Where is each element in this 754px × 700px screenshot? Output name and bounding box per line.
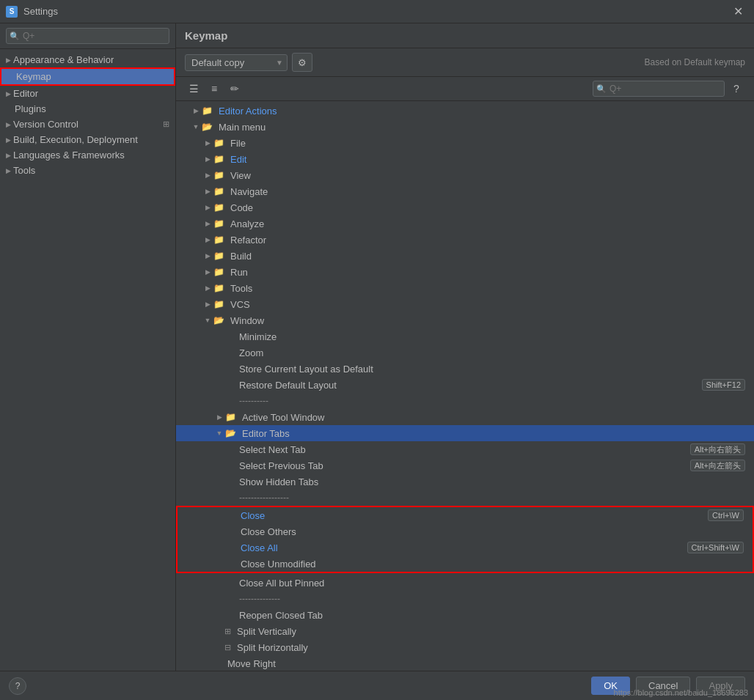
sidebar-item-tools[interactable]: ▶ Tools [0,163,175,178]
based-on-label: Based on Default keymap [645,57,745,67]
tree-main-menu[interactable]: 📂 Main menu [176,119,754,135]
tree-close[interactable]: Close Ctrl+\W [177,507,753,523]
tree-close-others[interactable]: Close Others [177,523,753,539]
tree-close-all[interactable]: Close All Ctrl+Shift+\W [177,539,753,556]
search-input[interactable] [593,81,725,97]
main-menu-label: Main menu [216,122,754,133]
search-icon: 🔍 [596,84,607,94]
tree-zoom[interactable]: Zoom [176,345,754,361]
app-icon: S [6,6,18,18]
help-button[interactable]: ? [9,677,26,695]
close-unmodified-label: Close Unmodified [238,559,753,570]
run-label: Run [227,267,754,278]
sidebar-item-label: Version Control [13,119,78,130]
tree-close-unmodified[interactable]: Close Unmodified [177,556,753,572]
arrow-right-icon [202,252,213,259]
sidebar-search-area: 🔍 [0,23,175,49]
gear-button[interactable]: ⚙ [292,53,312,72]
arrow-right-icon [202,301,213,308]
store-layout-label: Store Current Layout as Default [236,364,754,375]
tree-tools-menu[interactable]: 📁 Tools [176,280,754,296]
sidebar-search-input[interactable] [6,28,169,44]
separator-label: ---------- [236,396,268,406]
tree-move-right[interactable]: Move Right [176,655,754,671]
editor-tabs-label: Editor Tabs [239,428,754,439]
tree-close-all-but-pinned[interactable]: Close All but Pinned [176,575,754,591]
sidebar-item-appearance[interactable]: ▶ Appearance & Behavior [0,52,175,67]
tree-active-tool[interactable]: 📁 Active Tool Window [176,409,754,425]
keymap-select[interactable]: Default copy [185,54,288,71]
tree-store-layout[interactable]: Store Current Layout as Default [176,361,754,377]
minimize-label: Minimize [236,331,754,342]
tree-refactor[interactable]: 📁 Refactor [176,232,754,248]
search-area: 🔍 ? [593,80,745,97]
editor-actions-label: Editor Actions [216,106,754,117]
tree-vcs[interactable]: 📁 VCS [176,296,754,312]
restore-layout-shortcut: Shift+F12 [702,380,754,390]
arrow-right-icon: ▶ [3,121,13,128]
sidebar-item-build[interactable]: ▶ Build, Execution, Deployment [0,132,175,147]
arrow-down-icon [191,123,201,130]
tree-run[interactable]: 📁 Run [176,264,754,280]
arrow-right-icon: ▶ [3,56,13,64]
main-title: Keymap [185,29,227,42]
code-label: Code [227,202,754,213]
split-h-icon: ⊟ [224,643,231,652]
arrow-right-icon [202,220,213,227]
folder-icon: 📁 [213,283,224,293]
tree-split-vertically[interactable]: ⊞ Split Vertically [176,623,754,639]
sidebar-item-label: Build, Execution, Deployment [13,134,138,145]
build-label: Build [227,251,754,262]
close-all-but-pinned-label: Close All but Pinned [236,578,754,589]
tree-select-next-tab[interactable]: Select Next Tab Alt+向右箭头 [176,441,754,457]
sidebar-item-editor[interactable]: ▶ Editor [0,86,175,101]
tree-code[interactable]: 📁 Code [176,199,754,215]
arrow-right-icon [202,172,213,179]
tree-select-prev-tab[interactable]: Select Previous Tab Alt+向左箭头 [176,457,754,474]
collapse-all-button[interactable]: ≡ [205,80,223,97]
tree-navigate[interactable]: 📁 Navigate [176,183,754,199]
sidebar-item-plugins[interactable]: Plugins [0,101,175,117]
tree-window[interactable]: 📂 Window [176,312,754,328]
view-label: View [227,170,754,181]
tree-restore-layout[interactable]: Restore Default Layout Shift+F12 [176,377,754,393]
tree-file[interactable]: 📁 File [176,135,754,151]
tree-editor-actions[interactable]: 📁 Editor Actions [176,103,754,119]
active-tool-label: Active Tool Window [239,412,754,423]
move-right-label: Move Right [224,658,754,669]
arrow-right-icon: ▶ [3,90,13,97]
close-all-label: Close All [238,542,687,553]
sidebar-item-label: Keymap [16,71,51,82]
keymap-selector-wrapper: Default copy ▼ [185,54,288,71]
separator-label-3: -------------- [236,594,280,604]
tree-show-hidden-tabs[interactable]: Show Hidden Tabs [176,474,754,490]
tree-reopen-closed[interactable]: Reopen Closed Tab [176,607,754,623]
zoom-label: Zoom [236,347,754,358]
sidebar-item-label: Editor [13,88,38,99]
folder-icon: 📂 [213,315,224,325]
tree-minimize[interactable]: Minimize [176,328,754,345]
tree-split-horizontally[interactable]: ⊟ Split Horizontally [176,639,754,655]
watermark: https://blog.csdn.net/baidu_18696283 [614,688,748,697]
tree-separator-2: ----------------- [176,490,754,506]
close-button[interactable]: ✕ [728,1,748,22]
expand-all-button[interactable]: ☰ [185,80,202,97]
tree-view[interactable]: 📁 View [176,167,754,183]
key-tree: 📁 Editor Actions 📂 Main menu 📁 File [176,101,754,671]
tree-build[interactable]: 📁 Build [176,248,754,264]
sidebar-tree: ▶ Appearance & Behavior Keymap ▶ Editor … [0,49,175,671]
tree-editor-tabs[interactable]: 📂 Editor Tabs [176,425,754,441]
close-others-label: Close Others [238,526,753,537]
folder-icon: 📁 [213,218,224,229]
tree-analyze[interactable]: 📁 Analyze [176,215,754,232]
search-help-button[interactable]: ? [728,80,745,97]
sidebar-item-languages[interactable]: ▶ Languages & Frameworks [0,147,175,163]
arrow-down-icon [214,430,224,437]
edit-button[interactable]: ✏ [226,80,244,97]
folder-icon: 📁 [213,202,224,213]
close-label: Close [238,510,708,521]
sidebar-item-keymap[interactable]: Keymap [0,67,175,86]
sidebar-item-version-control[interactable]: ▶ Version Control ⊞ [0,117,175,132]
folder-icon: 📁 [213,154,224,164]
tree-edit[interactable]: 📁 Edit [176,151,754,167]
